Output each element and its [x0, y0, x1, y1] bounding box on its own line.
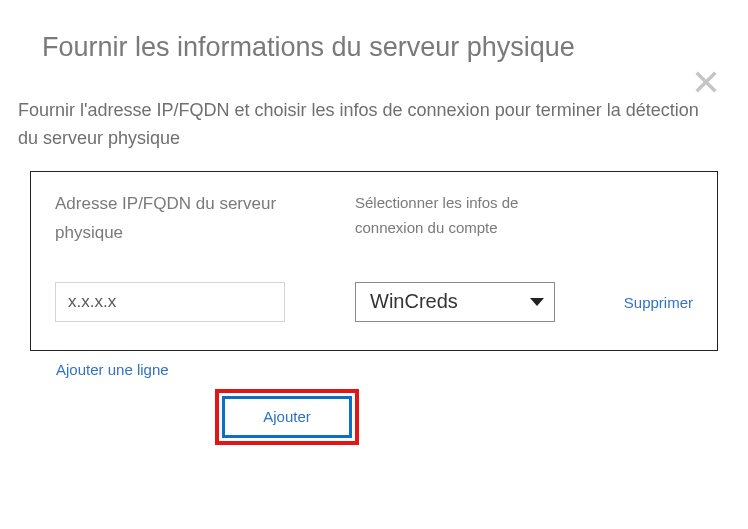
- credentials-selected-value: WinCreds: [370, 290, 458, 313]
- dialog-title: Fournir les informations du serveur phys…: [0, 0, 748, 63]
- server-row: WinCreds Supprimer: [55, 282, 693, 322]
- ip-fqdn-input[interactable]: [55, 282, 285, 322]
- credentials-select[interactable]: WinCreds: [355, 282, 555, 322]
- ip-fqdn-label: Adresse IP/FQDN du serveur physique: [55, 190, 335, 248]
- credentials-label: Sélectionner les infos de connexion du c…: [355, 190, 585, 241]
- chevron-down-icon: [530, 298, 544, 306]
- server-form-panel: Adresse IP/FQDN du serveur physique Séle…: [30, 171, 718, 351]
- close-icon[interactable]: [692, 68, 720, 100]
- add-button[interactable]: Ajouter: [222, 396, 352, 438]
- add-line-link[interactable]: Ajouter une ligne: [56, 361, 169, 378]
- delete-row-link[interactable]: Supprimer: [624, 294, 693, 311]
- instruction-text: Fournir l'adresse IP/FQDN et choisir les…: [0, 63, 748, 153]
- add-button-highlight: Ajouter: [215, 389, 359, 445]
